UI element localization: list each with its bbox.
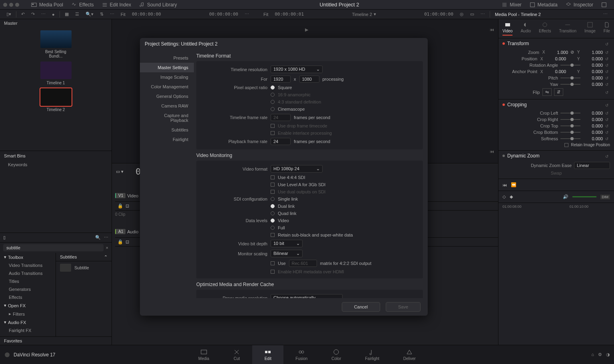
mixer-toggle[interactable]: Mixer	[498, 2, 525, 8]
info-icon[interactable]: ◑	[606, 352, 610, 357]
clear-icon[interactable]: ×	[106, 245, 108, 250]
crop-right-slider[interactable]	[560, 119, 580, 120]
effects-search-input[interactable]	[3, 244, 104, 251]
flip-v-icon[interactable]: ⇵	[554, 88, 563, 96]
prev-icon[interactable]: ⏮	[490, 27, 494, 32]
nav-general-options[interactable]: General Options	[140, 91, 194, 101]
reset-icon[interactable]	[605, 56, 610, 61]
page-color[interactable]: Color	[319, 348, 353, 361]
more-icon[interactable]: ⋯	[38, 12, 49, 17]
tab-video[interactable]: Video	[502, 22, 512, 36]
more5-icon[interactable]: ⋯	[600, 12, 611, 17]
media-pool-toggle[interactable]: Media Pool	[27, 2, 67, 8]
reset-icon[interactable]	[605, 63, 610, 68]
datalevel-video-radio[interactable]	[271, 219, 275, 223]
crop-top-slider[interactable]	[560, 125, 580, 126]
a1-badge[interactable]: A1	[115, 229, 126, 234]
edit-index-toggle[interactable]: Edit Index	[98, 2, 135, 8]
softness-slider[interactable]	[560, 138, 580, 139]
clip-thumb[interactable]: Best Selling Bundl...	[40, 30, 72, 58]
reset-icon[interactable]	[605, 50, 610, 55]
page-fairlight[interactable]: Fairlight	[353, 348, 391, 361]
cancel-button[interactable]: Cancel	[342, 302, 380, 312]
height-input[interactable]	[299, 76, 319, 83]
crop-bottom-slider[interactable]	[560, 132, 580, 133]
more3-icon[interactable]: ⋯	[241, 12, 252, 17]
fairlightfx[interactable]: Fairlight FX	[0, 326, 56, 334]
video-transitions[interactable]: Video Transitions	[0, 261, 56, 269]
levela-checkbox[interactable]	[271, 183, 275, 187]
sdi-single-radio[interactable]	[271, 197, 275, 201]
zoom-x[interactable]: 1.000	[548, 50, 568, 55]
monitor-scaling-select[interactable]: Bilinear⌄	[271, 250, 303, 257]
list-view-icon[interactable]: ☰	[72, 12, 82, 17]
save-button[interactable]: Save	[386, 302, 421, 312]
record-icon[interactable]: ●	[49, 12, 58, 17]
nav-image-scaling[interactable]: Image Scaling	[140, 72, 194, 82]
fit-left[interactable]: Fit	[118, 12, 129, 17]
search-icon[interactable]: 🔍▾	[82, 12, 97, 17]
play-icon[interactable]: ▶	[305, 27, 308, 32]
undo-icon[interactable]: ↶	[18, 12, 28, 17]
link-icon[interactable]: ⊡	[126, 239, 129, 245]
metadata-toggle[interactable]: Metadata	[526, 2, 562, 8]
playback-fps-input[interactable]	[271, 138, 291, 145]
volume-icon[interactable]: 🔊	[563, 194, 568, 199]
effects-cat[interactable]: Effects	[0, 293, 56, 301]
home-icon[interactable]: ⌂	[591, 352, 594, 357]
nav-color-management[interactable]: Color Management	[140, 82, 194, 91]
bitdepth-select[interactable]: 10 bit⌄	[271, 240, 303, 247]
nav-presets[interactable]: Presets	[140, 53, 194, 63]
tc-end[interactable]: 01:00:00:00	[421, 12, 457, 17]
retain-sub-checkbox[interactable]	[271, 233, 275, 237]
cropping-header[interactable]: Cropping	[507, 102, 527, 107]
panel-icon[interactable]: ▯	[3, 235, 6, 240]
more2-icon[interactable]: ⋯	[107, 12, 118, 17]
filters[interactable]: ▸ Filters	[0, 310, 56, 318]
video-format-select[interactable]: HD 1080p 24⌄	[271, 165, 323, 173]
reset-icon[interactable]	[605, 90, 610, 95]
audio-transitions[interactable]: Audio Transitions	[0, 269, 56, 277]
width-input[interactable]	[271, 76, 291, 83]
nav-fairlight[interactable]: Fairlight	[140, 135, 194, 144]
openfx-category[interactable]: ▾ Open FX	[0, 301, 56, 310]
reset-icon[interactable]	[605, 76, 610, 80]
yaw-slider[interactable]	[560, 84, 580, 85]
master-bin[interactable]: Master	[0, 19, 112, 27]
inspector-toggle[interactable]: Inspector	[562, 2, 597, 8]
timeline-thumb-selected[interactable]: Timeline 2	[40, 88, 72, 112]
lock-icon[interactable]: 🔒	[118, 239, 123, 245]
retain-checkbox[interactable]	[564, 143, 568, 147]
v1-badge[interactable]: V1	[115, 193, 126, 198]
panel-layout-icon[interactable]: ▯▾	[3, 12, 14, 17]
page-fusion[interactable]: Fusion	[283, 348, 319, 361]
datalevel-full-radio[interactable]	[271, 226, 275, 230]
audiofx-category[interactable]: ▾ Audio FX	[0, 318, 56, 326]
use-matrix-checkbox[interactable]	[271, 261, 275, 265]
pitch-slider[interactable]	[560, 78, 580, 78]
more-icon[interactable]: ⋯	[104, 235, 108, 240]
settings-icon[interactable]: ⚙	[598, 352, 602, 357]
crop-left-slider[interactable]	[560, 113, 580, 113]
toolbox-category[interactable]: ▾ Toolbox	[0, 253, 56, 261]
tl-view-mode-icon[interactable]: ▭ ▾	[116, 169, 124, 174]
proxy-res-select[interactable]: Choose automatically⌄	[271, 294, 343, 298]
reset-icon[interactable]	[605, 69, 610, 74]
first-frame-icon[interactable]: ⏪	[511, 182, 516, 187]
dim-button[interactable]: DIM	[600, 195, 610, 199]
rotation-slider[interactable]	[560, 65, 580, 66]
subtitle-effect[interactable]: Subtitle	[56, 261, 112, 274]
bypass-icon[interactable]: ◎	[457, 12, 467, 17]
sound-library-toggle[interactable]: Sound Library	[135, 2, 181, 8]
keyframe-out-icon[interactable]: ◇	[502, 194, 506, 199]
sdi-quad-radio[interactable]	[271, 211, 275, 215]
reset-icon[interactable]	[605, 82, 610, 87]
page-edit[interactable]: Edit	[252, 345, 283, 364]
par-cinemascope-radio[interactable]	[271, 107, 275, 111]
lock-icon[interactable]: 🔒	[118, 203, 123, 209]
expand-icon[interactable]	[597, 2, 611, 8]
effects-toggle[interactable]: Effects	[67, 2, 98, 8]
nav-camera-raw[interactable]: Camera RAW	[140, 101, 194, 111]
nav-master-settings[interactable]: Master Settings	[140, 63, 194, 72]
dynzoom-header[interactable]: Dynamic Zoom	[507, 153, 540, 159]
